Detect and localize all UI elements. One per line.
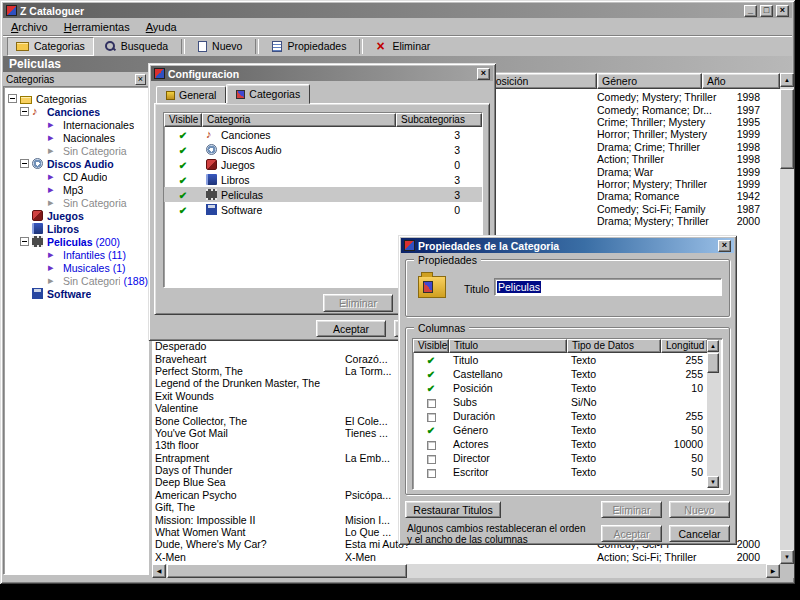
check-icon[interactable]	[427, 424, 435, 436]
check-icon[interactable]	[179, 159, 187, 171]
tree-expander-icon[interactable]	[8, 94, 17, 103]
checkbox[interactable]	[427, 469, 436, 478]
scroll-down-icon[interactable]: ▼	[707, 476, 719, 488]
col-visible[interactable]: Visible	[413, 339, 449, 353]
columns-scrollbar[interactable]: ▲ ▼	[707, 340, 721, 488]
check-icon[interactable]	[427, 354, 435, 366]
vertical-scrollbar[interactable]: ▲ ▼	[780, 73, 794, 564]
tree-item[interactable]: Mp3	[4, 183, 148, 196]
check-icon[interactable]	[427, 382, 435, 394]
check-icon[interactable]	[179, 129, 187, 141]
checkbox[interactable]	[427, 441, 436, 450]
category-name: Libros	[221, 174, 250, 186]
column-header-genero[interactable]: Género	[597, 73, 702, 89]
toolbar-button[interactable]: Nuevo	[190, 37, 250, 56]
scroll-left-icon[interactable]: ◀	[152, 564, 166, 578]
column-row[interactable]: Titulo Texto 255	[413, 353, 722, 367]
config-category-row[interactable]: Peliculas 3	[164, 187, 482, 202]
column-row[interactable]: Castellano Texto 255	[413, 367, 722, 381]
checkbox[interactable]	[427, 399, 436, 408]
tree-item[interactable]: Canciones	[4, 105, 148, 118]
column-row[interactable]: Duración Texto 255	[413, 409, 722, 423]
tree-item[interactable]: Sin Categoria (188)	[4, 274, 148, 287]
minimize-button[interactable]: _	[744, 5, 757, 17]
column-data-type: Texto	[567, 382, 661, 394]
check-icon[interactable]	[427, 368, 435, 380]
col-tipo-de-datos[interactable]: Tipo de Datos	[567, 339, 661, 353]
column-row[interactable]: Director Texto 50	[413, 451, 722, 465]
columns-scroll-thumb[interactable]	[707, 353, 719, 373]
config-category-row[interactable]: Canciones 3	[164, 127, 482, 142]
tree-item-icon	[48, 249, 59, 260]
checkbox[interactable]	[427, 455, 436, 464]
menu-item[interactable]: Ayuda	[138, 20, 185, 34]
config-col-subcategorias[interactable]: Subcategorias	[396, 113, 482, 127]
props-nuevo-button[interactable]: Nuevo	[669, 501, 730, 518]
table-row[interactable]: X-Men X-Men Action; Sci-Fi; Thriller 200…	[152, 551, 780, 563]
titulo-input[interactable]: Peliculas	[494, 278, 722, 296]
tree-expander-icon[interactable]	[20, 237, 29, 246]
column-row[interactable]: Posición Texto 10	[413, 381, 722, 395]
column-row[interactable]: Escritor Texto 50	[413, 465, 722, 479]
menu-item[interactable]: Archivo	[3, 20, 56, 34]
check-icon[interactable]	[179, 204, 187, 216]
config-category-row[interactable]: Discos Audio 3	[164, 142, 482, 157]
horizontal-scrollbar[interactable]: ◀ ▶	[152, 564, 780, 578]
tree-item[interactable]: CD Audio	[4, 170, 148, 183]
column-row[interactable]: Actores Texto 10000	[413, 437, 722, 451]
tree-expander-icon[interactable]	[20, 159, 29, 168]
maximize-button[interactable]: □	[760, 5, 773, 17]
restaurar-titulos-button[interactable]: Restaurar Titulos	[405, 501, 501, 518]
config-aceptar-button[interactable]: Aceptar	[316, 320, 386, 337]
config-eliminar-button[interactable]: Eliminar	[323, 294, 393, 312]
properties-close-icon[interactable]: ×	[718, 240, 731, 252]
sidebar-close-icon[interactable]: ×	[135, 74, 146, 85]
toolbar-button[interactable]: Eliminar	[368, 37, 438, 56]
tab-categorias[interactable]: Categorias	[226, 84, 310, 104]
tab-general[interactable]: General	[156, 86, 226, 104]
col-longitud[interactable]: Longitud	[661, 339, 708, 353]
props-eliminar-button[interactable]: Eliminar	[601, 501, 662, 518]
column-header-ano[interactable]: Año	[702, 73, 780, 89]
props-cancelar-button[interactable]: Cancelar	[669, 525, 730, 542]
tree-item[interactable]: Sin Categoria	[4, 144, 148, 157]
column-row[interactable]: Subs Si/No	[413, 395, 722, 409]
check-icon[interactable]	[179, 144, 187, 156]
tree-item[interactable]: Infantiles (11)	[4, 248, 148, 261]
tree-expander-icon[interactable]	[20, 107, 29, 116]
config-col-visible[interactable]: Visible	[164, 113, 202, 127]
props-aceptar-button[interactable]: Aceptar	[601, 525, 662, 542]
tree-item[interactable]: Software	[4, 287, 148, 300]
menu-item[interactable]: Herramientas	[56, 20, 138, 34]
tree-item[interactable]: Nacionales	[4, 131, 148, 144]
config-col-categoria[interactable]: Categoria	[202, 113, 396, 127]
scroll-right-icon[interactable]: ▶	[766, 564, 780, 578]
config-category-row[interactable]: Juegos 0	[164, 157, 482, 172]
tree-item[interactable]: Musicales (1)	[4, 261, 148, 274]
toolbar-button[interactable]: Propiedades	[264, 37, 354, 56]
toolbar-button-icon	[198, 41, 207, 52]
tree-item[interactable]: Discos Audio	[4, 157, 148, 170]
config-category-row[interactable]: Software 0	[164, 202, 482, 217]
tree-item[interactable]: Juegos	[4, 209, 148, 222]
horizontal-scroll-thumb[interactable]	[167, 564, 407, 578]
vertical-scroll-thumb[interactable]	[780, 89, 794, 169]
tree-item[interactable]: Internacionales	[4, 118, 148, 131]
tree-item[interactable]: Sin Categoria	[4, 196, 148, 209]
config-category-row[interactable]: Libros 3	[164, 172, 482, 187]
column-row[interactable]: Género Texto 50	[413, 423, 722, 437]
check-icon[interactable]	[179, 174, 187, 186]
scroll-down-icon[interactable]: ▼	[780, 550, 794, 564]
config-close-icon[interactable]: ×	[477, 68, 490, 80]
col-titulo[interactable]: Titulo	[449, 339, 567, 353]
checkbox[interactable]	[427, 413, 436, 422]
check-icon[interactable]	[179, 189, 187, 201]
toolbar-button[interactable]: Busqueda	[96, 37, 176, 56]
tree-item[interactable]: Categorias	[4, 92, 148, 105]
toolbar-button[interactable]: Categorias	[7, 37, 94, 56]
tree-item[interactable]: Peliculas (200)	[4, 235, 148, 248]
tree-item[interactable]: Libros	[4, 222, 148, 235]
scroll-up-icon[interactable]: ▲	[707, 340, 719, 352]
scroll-up-icon[interactable]: ▲	[780, 73, 794, 87]
close-button[interactable]: ×	[776, 5, 789, 17]
